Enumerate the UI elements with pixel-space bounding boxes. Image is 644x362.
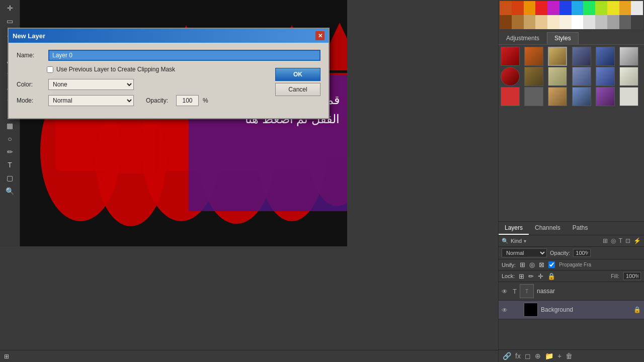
filter-icon-1[interactable]: ⊞ (603, 237, 608, 244)
tab-adjustments[interactable]: Adjustments (499, 32, 547, 44)
swatch[interactable] (619, 15, 631, 29)
swatch[interactable] (559, 1, 572, 15)
style-item[interactable] (596, 87, 615, 106)
layer-style-icon[interactable]: fx (515, 352, 521, 360)
tool-gradient[interactable]: ▦ (3, 120, 18, 132)
style-item[interactable] (501, 87, 520, 106)
layer-opacity-input[interactable] (573, 249, 591, 257)
layer-mode-select[interactable]: Normal Multiply Screen (502, 248, 547, 257)
swatch[interactable] (547, 15, 559, 29)
dialog-title-bar[interactable]: New Layer ✕ (9, 29, 329, 43)
swatch[interactable] (535, 15, 547, 29)
style-item[interactable] (572, 47, 591, 66)
lock-icon: 🔒 (633, 306, 641, 313)
layer-link-icon[interactable]: 🔗 (503, 352, 511, 360)
style-item[interactable] (619, 67, 638, 86)
swatch[interactable] (595, 15, 607, 29)
swatch[interactable] (500, 15, 512, 29)
unify-icon-1[interactable]: ⊞ (520, 261, 525, 268)
layer-adj-icon[interactable]: ⊕ (535, 352, 541, 360)
style-item[interactable] (596, 67, 615, 86)
filter-icon-3[interactable]: T (619, 237, 622, 244)
eye-icon[interactable]: 👁 (502, 307, 510, 313)
swatch[interactable] (583, 1, 595, 15)
style-item[interactable] (501, 67, 520, 86)
propagate-checkbox[interactable] (548, 261, 555, 268)
layer-name-input[interactable] (48, 50, 320, 61)
layer-add-icon[interactable]: + (557, 352, 561, 360)
style-item[interactable] (501, 47, 520, 66)
tool-marquee[interactable]: ▭ (3, 15, 18, 27)
tool-shape[interactable]: ▢ (3, 172, 18, 184)
tool-zoom[interactable]: 🔍 (3, 185, 18, 197)
style-item[interactable] (619, 47, 638, 66)
color-select[interactable]: None Red Orange Yellow Green Blue Violet… (48, 79, 134, 90)
layers-bottom: 🔗 fx ◻ ⊕ 📁 + 🗑 (499, 349, 644, 362)
style-item[interactable] (619, 87, 638, 106)
layer-mask-icon[interactable]: ◻ (525, 352, 531, 360)
swatch[interactable] (524, 1, 536, 15)
cancel-button[interactable]: Cancel (275, 83, 320, 96)
swatch[interactable] (547, 1, 559, 15)
style-item[interactable] (524, 87, 543, 106)
swatch[interactable] (607, 15, 619, 29)
lock-icon-1[interactable]: ⊞ (519, 273, 524, 280)
tab-channels[interactable]: Channels (529, 222, 567, 235)
swatch[interactable] (572, 1, 584, 15)
lock-icon-3[interactable]: ✛ (538, 273, 543, 280)
filter-icon-2[interactable]: ◎ (611, 237, 616, 244)
swatch[interactable] (619, 1, 631, 15)
clipping-mask-checkbox[interactable] (47, 66, 53, 73)
swatch[interactable] (572, 15, 584, 29)
swatch[interactable] (559, 15, 572, 29)
swatch[interactable] (607, 1, 619, 15)
status-bar: ⊞ (0, 350, 498, 362)
style-item[interactable] (596, 47, 615, 66)
swatch[interactable] (512, 1, 524, 15)
swatch[interactable] (535, 1, 547, 15)
style-item[interactable] (548, 67, 567, 86)
tool-pen[interactable]: ✏ (3, 146, 18, 158)
layer-row[interactable]: 👁 Background 🔒 (499, 301, 644, 319)
style-item[interactable] (548, 87, 567, 106)
mode-select[interactable]: Normal Dissolve Multiply Screen Overlay (48, 95, 134, 106)
layer-row[interactable]: 👁 T T nassar (499, 282, 644, 301)
swatch[interactable] (583, 15, 595, 29)
layers-mode-row: Normal Multiply Screen Opacity: (499, 247, 644, 259)
tab-paths[interactable]: Paths (567, 222, 594, 235)
swatch[interactable] (512, 15, 524, 29)
layer-delete-icon[interactable]: 🗑 (566, 352, 573, 360)
swatch[interactable] (595, 1, 607, 15)
tab-layers[interactable]: Layers (499, 222, 529, 235)
tool-move[interactable]: ✛ (3, 2, 18, 14)
unify-icon-3[interactable]: ⊠ (539, 261, 544, 268)
tool-text[interactable]: T (3, 159, 18, 171)
style-item[interactable] (548, 47, 567, 66)
tool-dodge[interactable]: ○ (3, 133, 18, 145)
style-item[interactable] (524, 67, 543, 86)
mode-label: Mode: (17, 97, 44, 104)
lock-icon-2[interactable]: ✏ (528, 273, 534, 280)
filter-icon-4[interactable]: ⊡ (625, 237, 630, 244)
tab-styles[interactable]: Styles (547, 32, 579, 44)
ok-button[interactable]: OK (275, 68, 320, 81)
style-item[interactable] (572, 67, 591, 86)
style-item[interactable] (524, 47, 543, 66)
eye-icon[interactable]: 👁 (502, 288, 510, 294)
swatch[interactable] (631, 1, 643, 15)
dialog-mode-row: Mode: Normal Dissolve Multiply Screen Ov… (17, 95, 320, 106)
layer-name: Background (541, 306, 630, 313)
dialog-close-button[interactable]: ✕ (315, 31, 325, 40)
lock-icon-4[interactable]: 🔒 (547, 273, 555, 280)
swatch[interactable] (524, 15, 536, 29)
fill-input[interactable] (623, 272, 641, 280)
swatch[interactable] (631, 15, 643, 29)
style-item[interactable] (572, 87, 591, 106)
opacity-input[interactable] (176, 95, 199, 106)
layer-thumbnail: T (520, 284, 534, 298)
swatch[interactable] (500, 1, 512, 15)
layer-folder-icon[interactable]: 📁 (545, 352, 553, 360)
filter-icon-5[interactable]: ⚡ (633, 237, 641, 244)
unify-icon-2[interactable]: ◎ (529, 261, 535, 268)
opacity-label-layers: Opacity: (550, 250, 570, 256)
